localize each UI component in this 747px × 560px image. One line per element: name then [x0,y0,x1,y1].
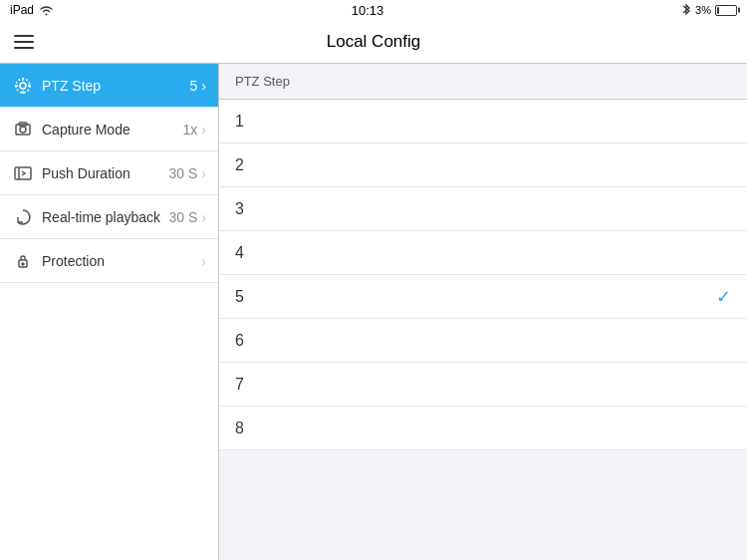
capture-mode-icon [12,119,34,140]
list-item-number: 1 [235,113,731,131]
hamburger-line-1 [14,35,34,37]
realtime-playback-value: 30 S [169,209,198,225]
status-left: iPad [10,3,54,17]
svg-point-0 [20,83,26,89]
sidebar-item-ptz-step[interactable]: PTZ Step 5 › [0,64,218,108]
push-duration-label: Push Duration [42,165,169,181]
sidebar-item-protection[interactable]: Protection › [0,239,218,283]
list-item[interactable]: 5✓ [219,275,747,319]
list-item-number: 8 [235,420,731,437]
hamburger-line-3 [14,47,34,49]
realtime-playback-chevron: › [201,209,206,225]
list-item[interactable]: 3 [219,187,747,231]
list-item[interactable]: 6 [219,319,747,363]
status-bar: iPad 10:13 3% [0,0,747,20]
svg-rect-9 [15,167,31,179]
capture-mode-label: Capture Mode [42,122,183,138]
content-panel: PTZ Step 12345✓678 [219,64,747,560]
list-item-number: 3 [235,200,731,218]
list-item[interactable]: 7 [219,363,747,407]
sidebar-item-realtime-playback[interactable]: Real-time playback 30 S › [0,195,218,239]
list-item-number: 6 [235,332,731,350]
status-right: 3% [681,3,737,17]
sidebar-item-push-duration[interactable]: Push Duration 30 S › [0,151,218,195]
svg-point-12 [22,263,24,265]
protection-label: Protection [42,253,197,269]
content-header: PTZ Step [219,64,747,100]
battery-fill [717,7,719,14]
nav-bar: Local Config [0,20,747,64]
svg-point-8 [20,127,26,133]
protection-chevron: › [201,253,206,269]
main-layout: PTZ Step 5 › Capture Mode 1x › [0,64,747,560]
list-item[interactable]: 2 [219,143,747,187]
push-duration-icon [12,162,34,184]
battery-percent: 3% [695,4,711,16]
ptz-step-list: 12345✓678 [219,100,747,450]
sidebar-item-capture-mode[interactable]: Capture Mode 1x › [0,108,218,151]
list-item-number: 2 [235,156,731,174]
carrier-label: iPad [10,3,34,17]
hamburger-menu-button[interactable] [14,35,34,49]
list-item[interactable]: 8 [219,407,747,450]
svg-point-5 [16,79,30,93]
list-item-number: 7 [235,376,731,394]
ptz-step-label: PTZ Step [42,78,190,94]
ptz-step-value: 5 [190,78,198,94]
wifi-icon [39,4,54,16]
realtime-playback-icon [12,206,34,228]
hamburger-line-2 [14,41,34,43]
list-item[interactable]: 1 [219,100,747,143]
list-item[interactable]: 4 [219,231,747,275]
list-item-number: 4 [235,244,731,262]
push-duration-chevron: › [201,165,206,181]
ptz-step-icon [12,75,34,97]
realtime-playback-label: Real-time playback [42,209,169,225]
page-title: Local Config [327,32,421,52]
sidebar: PTZ Step 5 › Capture Mode 1x › [0,64,219,560]
battery-box [715,5,737,16]
protection-icon [12,250,34,272]
ptz-step-chevron: › [201,78,206,94]
status-time: 10:13 [352,3,384,18]
list-item-number: 5 [235,288,716,306]
capture-mode-chevron: › [201,122,206,138]
bluetooth-icon [681,3,691,17]
content-header-title: PTZ Step [235,74,290,89]
list-item-check-icon: ✓ [716,286,731,308]
push-duration-value: 30 S [169,165,198,181]
capture-mode-value: 1x [183,122,198,138]
